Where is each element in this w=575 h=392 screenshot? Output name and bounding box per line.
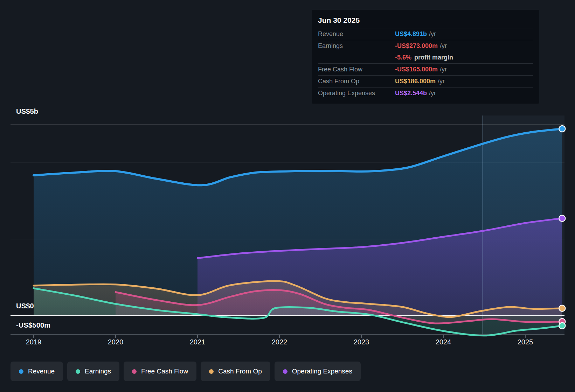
- cashop-value: US$186.000m: [395, 78, 436, 85]
- profit-margin-value: -5.6%: [395, 54, 411, 61]
- opex-label: Operating Expenses: [318, 90, 395, 97]
- fcf-suffix: /yr: [440, 66, 447, 73]
- legend-chip-fcf[interactable]: Free Cash Flow: [124, 362, 196, 381]
- fcf-label: Free Cash Flow: [318, 66, 395, 73]
- tooltip-date: Jun 30 2025: [318, 13, 533, 28]
- x-axis-label-2022: 2022: [272, 338, 288, 346]
- earnings-legend-label: Earnings: [85, 368, 111, 375]
- earnings-label: Earnings: [318, 42, 395, 50]
- tooltip-row-fcf: Free Cash Flow -US$165.000m /yr: [318, 63, 533, 75]
- cashop-legend-dot: [209, 369, 214, 374]
- earnings-legend-dot: [76, 369, 80, 374]
- legend-chip-earnings[interactable]: Earnings: [67, 362, 119, 381]
- revenue-endpoint-dot: [559, 126, 565, 132]
- legend-chip-revenue[interactable]: Revenue: [11, 362, 63, 381]
- x-axis-label-2024: 2024: [436, 338, 451, 346]
- tooltip-row-opex: Operating Expenses US$2.544b /yr: [318, 87, 533, 99]
- opex-legend-dot: [283, 369, 288, 374]
- operating-expenses-endpoint-dot: [559, 215, 565, 222]
- revenue-value: US$4.891b: [395, 30, 427, 38]
- revenue-suffix: /yr: [429, 30, 436, 38]
- y-axis-label-5b: US$5b: [16, 107, 38, 115]
- revenue-label: Revenue: [318, 30, 395, 38]
- opex-legend-label: Operating Expenses: [292, 368, 352, 375]
- tooltip-row-revenue: Revenue US$4.891b /yr: [318, 28, 533, 40]
- fcf-legend-dot: [132, 369, 137, 374]
- legend-chip-cashop[interactable]: Cash From Op: [201, 362, 270, 381]
- tooltip-row-earnings: Earnings -US$273.000m /yr: [318, 40, 533, 52]
- profit-margin-label: profit margin: [414, 54, 453, 61]
- opex-suffix: /yr: [429, 90, 436, 97]
- tooltip-row-profit-margin: -5.6% profit margin: [318, 52, 533, 63]
- tooltip-row-cashop: Cash From Op US$186.000m /yr: [318, 75, 533, 87]
- data-tooltip: Jun 30 2025 Revenue US$4.891b /yr Earnin…: [312, 10, 539, 104]
- revenue-legend-label: Revenue: [28, 368, 55, 375]
- revenue-legend-dot: [19, 369, 23, 374]
- opex-value: US$2.544b: [395, 90, 427, 97]
- cash-from-op-endpoint-dot: [559, 305, 565, 312]
- page: { "tooltip": { "date": "Jun 30 2025", "r…: [0, 0, 575, 392]
- fcf-legend-label: Free Cash Flow: [141, 368, 188, 375]
- cashop-label: Cash From Op: [318, 78, 395, 85]
- cashop-legend-label: Cash From Op: [218, 368, 262, 375]
- x-axis-label-2025: 2025: [518, 338, 533, 346]
- x-axis-label-2023: 2023: [354, 338, 369, 346]
- x-axis-label-2020: 2020: [108, 338, 124, 346]
- earnings-value: -US$273.000m: [395, 42, 438, 50]
- x-axis-label-2019: 2019: [26, 338, 42, 346]
- earnings-endpoint-dot: [559, 323, 565, 329]
- fcf-value: -US$165.000m: [395, 66, 438, 73]
- chart-legend: Revenue Earnings Free Cash Flow Cash Fro…: [11, 362, 361, 381]
- cashop-suffix: /yr: [438, 78, 445, 85]
- x-axis-label-2021: 2021: [190, 338, 206, 346]
- legend-chip-opex[interactable]: Operating Expenses: [275, 362, 361, 381]
- y-axis-label-neg500: -US$500m: [16, 321, 50, 329]
- earnings-suffix: /yr: [440, 42, 447, 50]
- y-axis-label-zero: US$0: [16, 302, 34, 310]
